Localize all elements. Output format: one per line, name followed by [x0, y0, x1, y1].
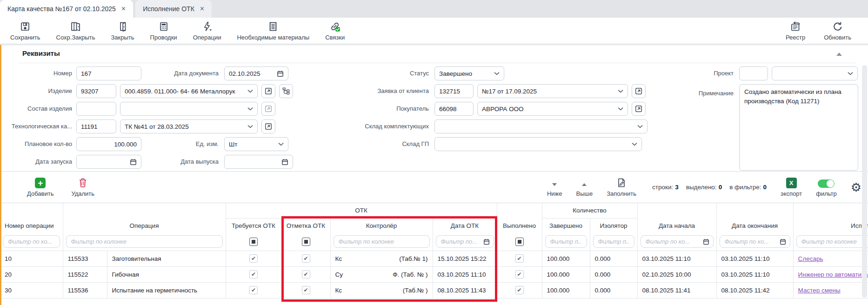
add-row-button[interactable]: + Добавить — [27, 177, 53, 197]
filter-input[interactable] — [338, 238, 426, 245]
links-button[interactable]: Связки — [325, 21, 345, 41]
release-date-field[interactable] — [224, 155, 293, 169]
table-row[interactable]: 20 115522 Гибочная ✔ ✔ СуФ. (Таб. № ) 03… — [0, 266, 868, 282]
column-header[interactable]: Выполнено — [497, 218, 542, 233]
calendar-icon[interactable] — [780, 239, 786, 245]
operations-button[interactable]: Операции — [193, 21, 221, 41]
checkbox-checked-icon[interactable]: ✔ — [515, 286, 524, 294]
save-close-button[interactable]: Сохр.Закрыть — [56, 21, 95, 41]
chevron-down-icon[interactable] — [247, 107, 253, 111]
calendar-icon[interactable] — [703, 239, 709, 245]
chevron-down-icon[interactable] — [618, 107, 623, 111]
client-order-select[interactable]: №17 от 17.09.2025 — [477, 84, 628, 98]
filter-input[interactable] — [70, 238, 219, 245]
checkbox-checked-icon[interactable]: ✔ — [302, 270, 310, 278]
column-header[interactable]: Исполнитель — [793, 218, 868, 233]
collapse-panel-icon[interactable] — [836, 53, 842, 56]
filter-input[interactable] — [549, 238, 583, 245]
chevron-down-icon[interactable] — [848, 72, 853, 75]
tab-quality-card[interactable]: Карта качества №167 от 02.10.2025 × — [0, 0, 133, 18]
tab-otk-execution[interactable]: Исполнение ОТК × — [135, 0, 212, 18]
tech-card-select[interactable]: ТК №41 от 28.03.2025 — [120, 119, 258, 133]
save-button[interactable]: Сохранить — [10, 21, 40, 41]
chevron-down-icon[interactable] — [618, 90, 623, 93]
checkbox-filter-icon[interactable] — [302, 238, 310, 246]
gear-icon[interactable]: ⚙ — [851, 182, 861, 193]
buyer-code-field[interactable]: 66098 — [434, 102, 474, 116]
filter-input[interactable] — [801, 238, 868, 245]
open-tech-card-button[interactable] — [261, 119, 275, 133]
filter-toggle[interactable]: фильтр — [816, 177, 836, 197]
open-composition-button[interactable] — [261, 102, 275, 116]
checkbox-checked-icon[interactable]: ✔ — [515, 270, 524, 278]
checkbox-filter-icon[interactable] — [249, 238, 258, 246]
registry-button[interactable]: Реестр — [786, 21, 805, 41]
refresh-button[interactable]: Обновить — [824, 21, 851, 41]
checkbox-checked-icon[interactable]: ✔ — [302, 286, 310, 294]
executor-link[interactable]: Слесарь — [798, 255, 823, 262]
calendar-icon[interactable] — [277, 70, 284, 77]
checkbox-checked-icon[interactable]: ✔ — [515, 254, 524, 263]
filter-input[interactable] — [645, 238, 701, 245]
executor-link[interactable]: Мастер смены — [798, 287, 841, 294]
chevron-down-icon[interactable] — [247, 90, 253, 93]
delete-row-button[interactable]: Удалить — [71, 177, 94, 197]
finished-goods-warehouse-select[interactable] — [434, 137, 642, 151]
close-tab-icon[interactable]: × — [121, 5, 126, 13]
checkbox-checked-icon[interactable]: ✔ — [302, 254, 310, 263]
filter-input[interactable] — [724, 238, 778, 245]
tech-card-code-field[interactable]: 11191 — [76, 119, 116, 133]
executor-link[interactable]: Инженер по автоматиза — [798, 271, 868, 278]
document-date-field[interactable]: 02.10.2025 — [224, 66, 288, 80]
column-header[interactable]: Контролёр — [330, 218, 433, 233]
product-composition-code-field[interactable] — [76, 102, 116, 116]
chevron-down-icon[interactable] — [247, 125, 253, 128]
client-order-code-field[interactable]: 132715 — [434, 84, 474, 98]
checkbox-checked-icon[interactable]: ✔ — [249, 254, 258, 263]
open-order-button[interactable] — [632, 84, 646, 98]
excel-export-button[interactable]: X экспорт — [781, 177, 802, 197]
checkbox-checked-icon[interactable]: ✔ — [249, 270, 258, 278]
table-row[interactable]: 10 115533 Заготовительная ✔ ✔ Кс(Таб.№ 1… — [0, 251, 868, 266]
vertical-scrollbar[interactable] — [862, 65, 867, 298]
filter-input[interactable] — [7, 238, 56, 245]
project-select[interactable] — [772, 66, 858, 80]
components-warehouse-select[interactable] — [434, 119, 648, 133]
column-header[interactable]: Операция — [63, 218, 226, 233]
note-textarea[interactable]: Создано автоматически из плана производс… — [739, 84, 858, 171]
close-button[interactable]: Закрыть — [111, 21, 134, 41]
move-up-button[interactable]: Выше — [576, 177, 593, 197]
calendar-icon[interactable] — [130, 159, 137, 166]
product-tree-button[interactable] — [279, 84, 293, 98]
product-composition-select[interactable] — [120, 102, 258, 116]
open-product-button[interactable] — [261, 84, 275, 98]
move-down-button[interactable]: Ниже — [547, 177, 562, 197]
number-field[interactable]: 167 — [76, 66, 141, 80]
checkbox-filter-icon[interactable] — [515, 238, 524, 246]
column-header[interactable]: Дата ОТК — [433, 218, 497, 233]
calendar-icon[interactable] — [281, 159, 288, 166]
buyer-select[interactable]: АВРОРА ООО — [477, 102, 628, 116]
column-header[interactable]: Дата окончания — [716, 218, 793, 233]
checkbox-checked-icon[interactable]: ✔ — [249, 286, 258, 294]
postings-button[interactable]: Проводки — [150, 21, 177, 41]
planned-quantity-field[interactable]: 100.000 — [76, 137, 141, 151]
column-header[interactable]: Отметка ОТК — [281, 218, 330, 233]
table-row[interactable]: 30 115536 Испытание на герметичность ✔ ✔… — [0, 282, 868, 298]
chevron-down-icon[interactable] — [494, 72, 500, 75]
required-materials-button[interactable]: Необходимые материалы — [237, 21, 309, 41]
column-header[interactable]: Изолятор — [590, 218, 637, 233]
column-header[interactable]: Требуется ОТК — [226, 218, 281, 233]
unit-select[interactable]: Шт — [224, 137, 288, 151]
close-tab-icon[interactable]: × — [200, 5, 204, 13]
filter-input[interactable] — [597, 238, 630, 245]
filter-input[interactable] — [440, 238, 481, 245]
product-code-field[interactable]: 93207 — [76, 84, 116, 98]
project-code-field[interactable] — [739, 66, 768, 80]
chevron-down-icon[interactable] — [278, 143, 284, 146]
calendar-icon[interactable] — [483, 239, 490, 245]
launch-date-field[interactable] — [76, 155, 141, 169]
open-buyer-button[interactable] — [632, 102, 646, 116]
product-select[interactable]: 000.4859. 011.000- 64- 66 Металлорук — [120, 84, 258, 98]
chevron-down-icon[interactable] — [632, 143, 637, 146]
